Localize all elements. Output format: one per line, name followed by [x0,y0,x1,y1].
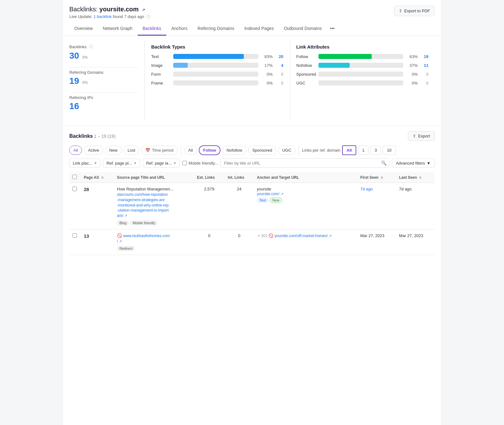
found-ago-text: found 7 days ago [113,14,144,19]
blocked-icon-2: 🚫 [268,233,273,238]
filter-search-box[interactable]: 🔍 [220,158,389,168]
links-per-3-btn[interactable]: 3 [370,146,381,155]
time-period-btn[interactable]: 📅 Time period [141,146,177,155]
links-per-10-btn[interactable]: 10 [383,146,395,155]
title-prefix: Backlinks: [69,6,98,13]
chart-row: Form 0% 0 [151,72,284,77]
chart-pct: 0% [261,81,273,85]
filter-ugc-btn[interactable]: UGC [278,146,295,155]
table-range: 1 – 19 (19) [94,134,116,139]
filter-sponsored-btn[interactable]: Sponsored [248,146,276,155]
chart-bar-container [173,72,258,77]
anchor-url-link[interactable]: yoursite.com/off-market-homes/ [275,234,328,238]
row-checkbox[interactable] [72,233,77,238]
tab-network-graph[interactable]: Network Graph [98,22,137,36]
row-checkbox[interactable] [72,187,77,191]
filter-bar-2: Link plac... ▼ Ref. page pl... ▼ Ref. pa… [69,158,435,168]
link-placement-dropdown[interactable]: Link plac... ▼ [69,159,100,168]
filter-nofollow-btn[interactable]: Nofollow [222,146,246,155]
nav-tabs: Overview Network Graph Backlinks Anchors… [63,22,441,36]
search-input[interactable] [221,159,378,167]
backlink-found-link[interactable]: 1 backlink [94,14,112,19]
source-url-link[interactable]: www.nickhasthehomes.com/ [117,234,170,243]
first-seen-value: Mar 27, 2023 [360,233,385,238]
stats-left: Backlinks ⓘ 30 0% Referring Domains 19 0… [69,41,145,121]
link-attributes-title: Link Attributes [296,44,429,49]
filter-new-btn[interactable]: New [105,146,122,155]
filter-all-btn[interactable]: All [69,146,82,155]
row-checkbox-cell[interactable] [69,229,81,255]
filter-link-attr-all-btn[interactable]: All [184,146,197,155]
external-link-icon[interactable]: ↗ [119,239,122,243]
external-link-icon[interactable]: ↗ [124,214,127,218]
chevron-down-icon-3: ▼ [173,161,176,165]
anchor-cell: yoursiteyoursite.com/ ↗TextNew [254,183,357,230]
sort-icon-last-seen: ⇅ [419,176,421,179]
external-link-icon[interactable]: ↗ [142,8,145,12]
ref-page-lang-dropdown[interactable]: Ref. page la... ▼ [143,159,180,168]
col-first-seen[interactable]: First Seen ⇅ [357,172,396,183]
table-title-area: Backlinks 1 – 19 (19) [69,133,115,139]
tab-more[interactable]: ••• [327,22,338,36]
chevron-down-icon-4: ▼ [427,161,431,166]
links-per-1-btn[interactable]: 1 [358,146,369,155]
chart-bar-container [173,80,258,85]
filter-divider-2 [299,146,299,155]
tab-indexed-pages[interactable]: Indexed Pages [239,22,279,36]
links-per-label: Links per ref. domain [302,148,340,153]
link-attributes-chart: Follow 63% 19 Nofollow 37% 11 Sponsored … [296,54,429,85]
ext-links-value: 2,579 [204,187,215,191]
table-section: Backlinks 1 – 19 (19) ⇧ Export All Activ… [63,126,441,260]
select-all-checkbox-cell[interactable] [69,172,81,183]
chart-pct: 17% [261,63,273,68]
tab-referring-domains[interactable]: Referring Domains [192,22,239,36]
mobile-friendly-check[interactable]: Mobile friendly... [182,161,218,166]
filter-active-btn[interactable]: Active [84,146,103,155]
chart-count: 0 [276,72,284,77]
chart-row: Image 17% 4 [151,63,284,68]
referring-domains-label: Referring Domains [69,70,138,75]
filter-lost-btn[interactable]: Lost [123,146,140,155]
link-attributes-section: Link Attributes Follow 63% 19 Nofollow 3… [290,41,435,121]
anchor-cell: ↗ 301 🚫 yoursite.com/off-market-homes/ ↗ [254,229,357,255]
chart-row: Text 83% 20 [151,54,284,59]
source-page-cell: How Reputation Managemen...starcourts.co… [114,183,194,230]
mobile-friendly-label: Mobile friendly... [189,161,218,166]
source-tag: Blog [117,220,129,225]
chart-pct: 83% [261,54,273,59]
external-link-icon-2[interactable]: ↗ [281,192,284,196]
col-last-seen[interactable]: Last Seen ⇅ [396,172,435,183]
last-seen-cell: 7d ago [396,183,435,230]
backlink-count-link[interactable]: 1 backlink [94,14,112,19]
table-row: 13🚫 www.nickhasthehomes.com/ ↗Redirect00… [69,229,435,255]
external-link-icon-2[interactable]: ↗ [329,234,332,238]
sort-icon-first-seen: ⇅ [381,176,383,179]
backlink-types-chart: Text 83% 20 Image 17% 4 Form 0% 0 Frame [151,54,284,85]
live-update-info-icon[interactable]: ⓘ [146,15,150,19]
export-to-pdf-button[interactable]: ⇧ Export to PDF [394,6,435,16]
select-all-checkbox[interactable] [72,175,77,179]
chart-bar-container [173,54,258,59]
row-checkbox-cell[interactable] [69,183,81,230]
search-icon[interactable]: 🔍 [379,159,389,167]
backlinks-info-icon[interactable]: ⓘ [89,44,93,49]
tab-backlinks[interactable]: Backlinks [138,22,166,36]
tab-outbound-domains[interactable]: Outbound Domains [279,22,327,36]
anchor-url-link[interactable]: yoursite.com/ [257,192,279,196]
anchor-badge: Text [257,198,268,203]
mobile-friendly-checkbox[interactable] [182,161,187,165]
int-links-cell: 0 [225,229,254,255]
tab-anchors[interactable]: Anchors [166,22,192,36]
table-export-button[interactable]: ⇧ Export [408,131,435,141]
tab-overview[interactable]: Overview [69,22,98,36]
col-page-as[interactable]: Page AS ⇅ [81,172,114,183]
blocked-icon: 🚫 [117,233,123,238]
int-links-value: 0 [238,233,240,238]
advanced-filters-btn[interactable]: Advanced filters ▼ [392,159,435,168]
chart-label: Text [151,54,170,59]
source-title: How Reputation Managemen... [117,187,191,191]
first-seen-value: 7d ago [360,187,373,191]
links-per-all-btn[interactable]: All [342,145,356,155]
filter-follow-btn[interactable]: Follow [199,145,220,155]
ref-page-placement-dropdown[interactable]: Ref. page pl... ▼ [103,159,140,168]
